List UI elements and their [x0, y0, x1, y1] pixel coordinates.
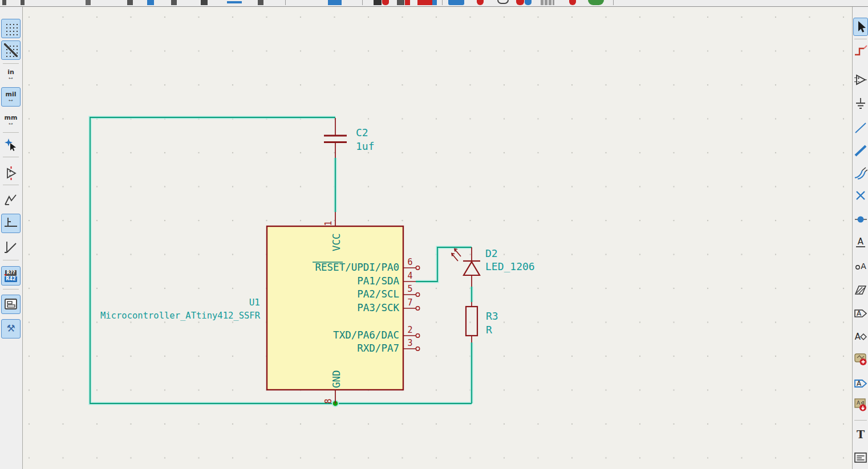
- 45deg-wires-button[interactable]: [1, 238, 21, 257]
- pin-name-PA1-SDA: PA1/SDA: [357, 275, 399, 287]
- draw-wire-button[interactable]: [853, 119, 868, 137]
- hv-wires-button[interactable]: [1, 214, 21, 233]
- top-toolbar-partial-icon[interactable]: [374, 0, 382, 5]
- pin-name-VCC: VCC: [331, 233, 342, 251]
- crosshair-cursor-button[interactable]: [1, 135, 21, 154]
- wire-to-bus-entry-button[interactable]: [853, 164, 868, 182]
- pin-name-PA2-SCL: PA2/SCL: [357, 288, 399, 300]
- pin-number-8: 8: [323, 398, 334, 403]
- top-toolbar-partial-icon[interactable]: [405, 0, 410, 5]
- free-angle-wires-button[interactable]: [1, 190, 21, 210]
- place-power-port-button[interactable]: [853, 95, 868, 113]
- global-label-icon: A: [854, 376, 867, 390]
- grid-overrides-button[interactable]: [1, 40, 21, 60]
- top-toolbar-partial-icon[interactable]: [171, 0, 177, 5]
- crosshair-cursor-icon: [3, 137, 18, 152]
- directive-label-button[interactable]: A: [853, 256, 868, 274]
- value-R3[interactable]: R: [486, 324, 492, 336]
- top-toolbar-partial-icon[interactable]: [127, 0, 133, 5]
- toolbar-separator: [362, 0, 363, 5]
- text-tool-icon: T: [857, 429, 865, 440]
- toolbar-separator: [613, 0, 614, 5]
- reference-C2[interactable]: C2: [356, 127, 368, 138]
- select-tool-button[interactable]: [853, 18, 868, 36]
- bus-icon: [854, 144, 867, 157]
- unit-inches-button[interactable]: in ↔: [1, 65, 21, 84]
- value-C2[interactable]: 1uf: [356, 140, 375, 152]
- svg-text:A: A: [861, 262, 866, 271]
- no-connect-button[interactable]: [853, 186, 868, 205]
- import-sheet-pin-button[interactable]: A: [853, 395, 868, 414]
- rule-area-button[interactable]: [853, 281, 868, 299]
- no-connect-x-icon: [854, 189, 867, 202]
- top-toolbar-partial-icon[interactable]: [86, 0, 91, 5]
- cursor-arrow-icon: [854, 20, 867, 34]
- top-toolbar-partial-icon[interactable]: [258, 0, 263, 5]
- pin-name-GND: GND: [331, 370, 342, 388]
- toolbar-separator: [442, 0, 443, 5]
- hierarchy-icon: [3, 297, 18, 312]
- schematic-canvas[interactable]: C2 1uf 1 6 4 5 7 2 3 8 VCC RESET/UPDI/PA…: [23, 7, 852, 469]
- top-toolbar-partial-icon[interactable]: [516, 0, 524, 5]
- top-toolbar-partial-icon[interactable]: [417, 0, 437, 5]
- pin-name-RXD-PA7: RXD/PA7: [357, 342, 399, 354]
- place-symbol-button[interactable]: [853, 71, 868, 89]
- net-label-button[interactable]: A: [853, 233, 868, 251]
- red-arrow-icon: ▼: [3, 273, 7, 277]
- left-toolbar: in ↔ mil ↔ mm ↔: [0, 7, 23, 469]
- value-U1[interactable]: Microcontroller_ATtiny412_SSFR: [100, 311, 261, 321]
- hidden-pins-icon: [3, 166, 18, 181]
- junction-dot-icon: [854, 212, 867, 226]
- top-toolbar-partial-icon[interactable]: [382, 0, 389, 5]
- rule-area-icon: [854, 283, 867, 297]
- grid-dots: [23, 7, 852, 469]
- place-sheet-button[interactable]: [853, 350, 868, 368]
- a-diamond-icon: A: [854, 329, 867, 343]
- grid-dots-button[interactable]: [1, 19, 21, 38]
- top-toolbar-partial-icon[interactable]: [21, 0, 25, 5]
- reference-D2[interactable]: D2: [485, 247, 498, 259]
- symbol-text-shape-button[interactable]: A: [853, 327, 868, 345]
- top-toolbar-partial-icon[interactable]: [497, 0, 509, 4]
- top-toolbar-partial: [0, 0, 868, 7]
- double-arrow-icon: ↔: [7, 97, 14, 102]
- top-toolbar-partial-icon[interactable]: [147, 0, 154, 5]
- top-toolbar-partial-icon[interactable]: [477, 0, 484, 5]
- value-D2[interactable]: LED_1206: [485, 260, 535, 272]
- reference-U1[interactable]: U1: [249, 297, 260, 308]
- show-hidden-pins-button[interactable]: [1, 164, 21, 183]
- unit-mm-button[interactable]: mm ↔: [1, 111, 21, 130]
- text-tool-button[interactable]: T: [853, 425, 868, 443]
- annotate-button[interactable]: R?? R42 ▼: [1, 266, 21, 286]
- top-toolbar-partial-icon[interactable]: [525, 0, 532, 5]
- text-box-icon: [854, 451, 867, 464]
- hierarchical-label-button[interactable]: A: [853, 304, 868, 322]
- junction-button[interactable]: [853, 210, 868, 228]
- top-toolbar-partial-icon[interactable]: [201, 0, 208, 5]
- sheet-import-icon: A: [854, 398, 867, 411]
- reference-R3[interactable]: R3: [486, 310, 498, 322]
- top-toolbar-partial-icon[interactable]: [397, 0, 404, 5]
- unit-mils-button[interactable]: mil ↔: [1, 87, 21, 107]
- top-toolbar-partial-icon[interactable]: [569, 0, 576, 5]
- sheet-add-icon: [854, 352, 867, 366]
- top-toolbar-partial-icon[interactable]: [588, 0, 604, 5]
- highlight-net-button[interactable]: [853, 42, 868, 60]
- wire-icon: [854, 121, 867, 134]
- top-toolbar-partial-icon[interactable]: [448, 0, 464, 5]
- svg-text:A: A: [858, 236, 864, 247]
- 45deg-wire-icon: [3, 240, 18, 255]
- global-label-button[interactable]: A: [853, 374, 868, 392]
- schematic-setup-button[interactable]: ⚒: [1, 319, 21, 339]
- pin-number-3: 3: [407, 338, 412, 348]
- top-toolbar-partial-icon[interactable]: [328, 0, 342, 5]
- svg-text:A: A: [857, 400, 861, 406]
- text-box-button[interactable]: [853, 448, 868, 467]
- toolbar-separator: [285, 0, 286, 5]
- top-toolbar-partial-icon[interactable]: [227, 1, 242, 3]
- hierarchical-label-icon: A: [854, 306, 867, 320]
- top-toolbar-partial-icon[interactable]: [2, 0, 6, 5]
- draw-bus-button[interactable]: [853, 141, 868, 160]
- top-toolbar-partial-icon[interactable]: [541, 0, 554, 5]
- hierarchy-navigator-button[interactable]: [1, 295, 21, 314]
